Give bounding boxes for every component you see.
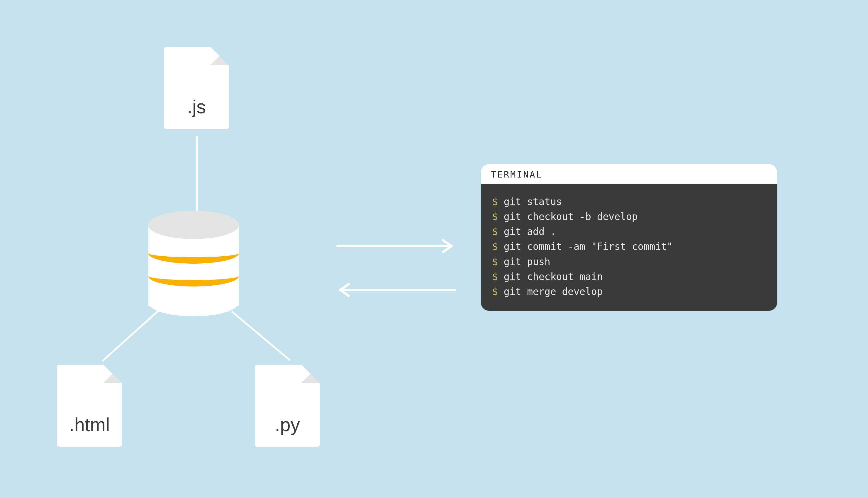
terminal-prompt: $ xyxy=(492,286,504,297)
terminal-command: git checkout -b develop xyxy=(504,211,638,222)
file-js: .js xyxy=(164,47,229,129)
terminal-prompt: $ xyxy=(492,271,504,283)
connector-db-to-py xyxy=(231,311,291,361)
terminal-line: $ git checkout main xyxy=(492,269,766,284)
connector-js-to-db xyxy=(196,136,197,215)
terminal-title: TERMINAL xyxy=(481,164,777,184)
terminal-line: $ git checkout -b develop xyxy=(492,209,766,224)
file-py: .py xyxy=(255,365,320,447)
file-html: .html xyxy=(57,365,122,447)
terminal-prompt: $ xyxy=(492,241,504,252)
database-icon xyxy=(148,211,239,316)
file-extension-label: .py xyxy=(255,414,320,436)
terminal-command: git push xyxy=(504,256,550,267)
terminal-line: $ git commit -am "First commit" xyxy=(492,239,766,254)
terminal-command: git commit -am "First commit" xyxy=(504,241,673,252)
arrow-left-icon xyxy=(334,281,458,299)
diagram-canvas: .js .html .py TERMINAL $ git status$ git… xyxy=(0,0,868,498)
terminal-line: $ git status xyxy=(492,194,766,209)
connector-db-to-html xyxy=(102,309,160,362)
terminal-command: git merge develop xyxy=(504,286,603,297)
page-fold-icon xyxy=(103,365,122,383)
file-extension-label: .js xyxy=(164,96,229,118)
terminal-line: $ git merge develop xyxy=(492,284,766,299)
terminal-command: git checkout main xyxy=(504,271,603,283)
terminal-command: git status xyxy=(504,196,562,207)
file-extension-label: .html xyxy=(57,414,122,436)
terminal-line: $ git push xyxy=(492,254,766,269)
terminal-prompt: $ xyxy=(492,256,504,267)
terminal-prompt: $ xyxy=(492,211,504,222)
page-fold-icon xyxy=(302,365,320,383)
terminal-prompt: $ xyxy=(492,226,504,237)
terminal-line: $ git add . xyxy=(492,224,766,239)
page-fold-icon xyxy=(210,47,229,65)
terminal-body: $ git status$ git checkout -b develop$ g… xyxy=(481,184,777,311)
terminal-window: TERMINAL $ git status$ git checkout -b d… xyxy=(481,164,777,311)
terminal-prompt: $ xyxy=(492,196,504,207)
arrow-right-icon xyxy=(334,237,458,255)
terminal-command: git add . xyxy=(504,226,556,237)
